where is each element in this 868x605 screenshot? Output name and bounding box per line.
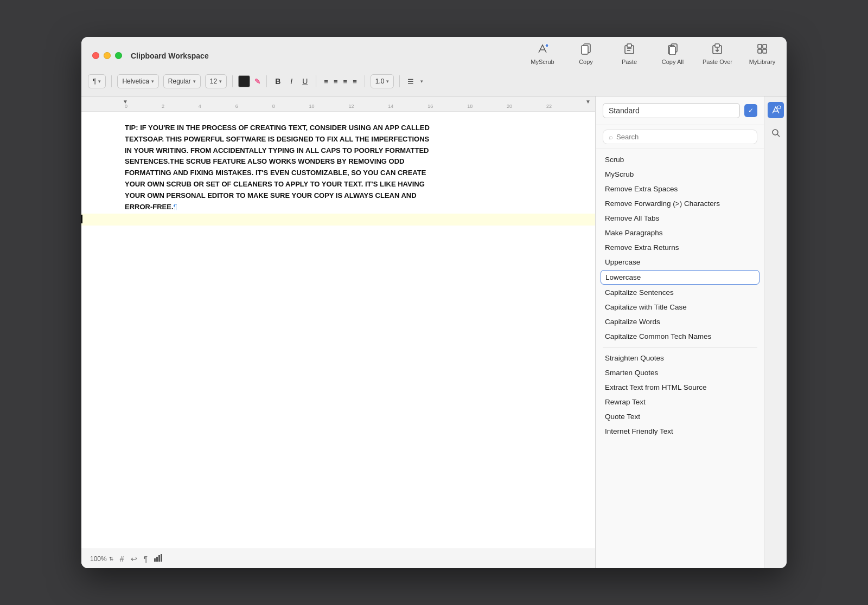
paste-icon [623, 43, 635, 57]
zoom-control[interactable]: 100% ⇅ [90, 555, 113, 563]
ruler-left-arrow: ▼ [123, 99, 128, 105]
mylibrary-icon [756, 43, 768, 57]
return-icon[interactable]: ↩ [131, 555, 137, 563]
sidebar-item-remove-forwarding[interactable]: Remove Forwarding (>) Characters [596, 196, 764, 211]
ruler-right-arrow: ▼ [585, 99, 591, 105]
svg-rect-14 [763, 44, 767, 48]
font-family-btn[interactable]: Helvetica ▾ [117, 74, 158, 88]
svg-point-0 [545, 44, 548, 47]
document-text: TIP: IF YOU'RE IN THE PROCESS OF CREATIN… [125, 123, 552, 213]
svg-point-21 [777, 106, 781, 109]
svg-rect-17 [154, 558, 156, 562]
pilcrow-status-icon[interactable]: ¶ [144, 555, 148, 563]
pasteover-label: Paste Over [703, 59, 732, 65]
list-button[interactable]: ☰ [405, 76, 416, 87]
align-left-button[interactable]: ≡ [322, 76, 330, 87]
svg-rect-2 [582, 46, 588, 54]
sidebar-item-remove-all-tabs[interactable]: Remove All Tabs [596, 211, 764, 226]
sidebar-item-rewrap-text[interactable]: Rewrap Text [596, 395, 764, 409]
sidebar-item-make-paragraphs[interactable]: Make Paragraphs [596, 226, 764, 240]
myscrub-button[interactable]: MyScrub [529, 43, 556, 65]
align-center-button[interactable]: ≡ [331, 76, 340, 87]
editor-area: ▼ 0 2 4 6 8 10 12 14 16 18 20 22 ▼ [81, 96, 596, 568]
svg-point-22 [773, 130, 778, 135]
sidebar-dropdown[interactable]: Standard [603, 103, 740, 118]
svg-line-23 [777, 134, 780, 137]
copy-button[interactable]: Copy [572, 43, 599, 65]
line-spacing-btn[interactable]: 1.0 ▾ [371, 74, 394, 88]
pencil-icon[interactable]: ✎ [254, 77, 261, 86]
italic-button[interactable]: I [288, 76, 295, 87]
font-size-btn[interactable]: 12 ▾ [205, 74, 227, 88]
mylibrary-label: MyLibrary [749, 59, 775, 65]
separator [111, 75, 112, 87]
sidebar-item-myscrub[interactable]: MyScrub [596, 167, 764, 182]
sidebar-dropdown-arrow[interactable]: ✓ [744, 104, 757, 117]
svg-rect-18 [156, 557, 158, 562]
search-input[interactable] [616, 133, 751, 141]
copyall-icon [667, 43, 679, 57]
close-button[interactable] [92, 52, 99, 59]
sidebar-item-capitalize-words[interactable]: Capitalize Words [596, 314, 764, 329]
list-arrow: ▾ [420, 79, 423, 84]
font-weight-btn[interactable]: Regular ▾ [163, 74, 201, 88]
format-bar: ¶ ▾ Helvetica ▾ Regular ▾ 12 ▾ ✎ B I U [81, 67, 787, 96]
bold-button[interactable]: B [272, 76, 283, 87]
window-title: Clipboard Workspace [131, 52, 209, 60]
color-picker[interactable] [238, 75, 250, 87]
svg-rect-20 [161, 554, 162, 562]
mini-sidebar [764, 96, 787, 568]
underline-button[interactable]: U [299, 76, 310, 87]
pasteover-button[interactable]: Paste Over [703, 43, 732, 65]
copyall-button[interactable]: Copy All [659, 43, 686, 65]
sidebar-item-remove-extra-spaces[interactable]: Remove Extra Spaces [596, 182, 764, 196]
paste-label: Paste [622, 59, 637, 65]
pilcrow: ¶ [174, 203, 177, 211]
svg-rect-9 [669, 47, 675, 55]
separator2 [232, 75, 233, 87]
sidebar-item-capitalize-tech-names[interactable]: Capitalize Common Tech Names [596, 329, 764, 344]
sidebar-item-extract-text-html[interactable]: Extract Text from HTML Source [596, 380, 764, 395]
sidebar-item-scrub[interactable]: Scrub [596, 152, 764, 167]
sidebar-item-quote-text[interactable]: Quote Text [596, 409, 764, 424]
paste-button[interactable]: Paste [616, 43, 643, 65]
sidebar-item-smarten-quotes[interactable]: Smarten Quotes [596, 365, 764, 380]
main-content: ▼ 0 2 4 6 8 10 12 14 16 18 20 22 ▼ [81, 96, 787, 568]
sidebar-header: Standard ✓ [596, 96, 764, 125]
align-justify-button[interactable]: ≡ [350, 76, 359, 87]
sidebar-dropdown-label: Standard [609, 106, 640, 115]
sidebar-item-internet-friendly[interactable]: Internet Friendly Text [596, 424, 764, 439]
sidebar-item-lowercase[interactable]: Lowercase [601, 270, 760, 285]
svg-rect-13 [758, 44, 762, 48]
toolbar: MyScrub Copy [529, 43, 776, 68]
editor-content[interactable]: TIP: IF YOU'RE IN THE PROCESS OF CREATIN… [81, 112, 595, 549]
minimize-button[interactable] [104, 52, 111, 59]
svg-rect-11 [715, 44, 719, 47]
text-cursor [81, 215, 82, 223]
mylibrary-button[interactable]: MyLibrary [749, 43, 776, 65]
separator4 [316, 75, 316, 87]
align-right-button[interactable]: ≡ [341, 76, 350, 87]
sidebar-item-capitalize-sentences[interactable]: Capitalize Sentences [596, 285, 764, 300]
paragraph-style-btn[interactable]: ¶ ▾ [88, 74, 106, 88]
app-window: Clipboard Workspace MyScrub [81, 37, 787, 568]
mini-scrub-icon[interactable] [768, 102, 784, 118]
sidebar-item-remove-extra-returns[interactable]: Remove Extra Returns [596, 240, 764, 255]
svg-rect-4 [627, 44, 631, 47]
sidebar-item-capitalize-title-case[interactable]: Capitalize with Title Case [596, 300, 764, 314]
sidebar-divider [603, 347, 757, 347]
copyall-label: Copy All [662, 59, 684, 65]
maximize-button[interactable] [115, 52, 122, 59]
copy-label: Copy [579, 59, 593, 65]
separator6 [399, 75, 400, 87]
zoom-arrows[interactable]: ⇅ [109, 556, 113, 562]
hash-icon[interactable]: # [120, 555, 124, 563]
sidebar-item-uppercase[interactable]: Uppercase [596, 255, 764, 269]
ruler-marks: 0 2 4 6 8 10 12 14 16 18 20 22 [81, 104, 595, 109]
alignment-group: ≡ ≡ ≡ ≡ [322, 76, 359, 87]
sidebar-item-straighten-quotes[interactable]: Straighten Quotes [596, 351, 764, 365]
svg-rect-19 [158, 555, 160, 562]
mini-search-icon[interactable] [768, 125, 784, 141]
stats-icon[interactable] [154, 554, 163, 563]
sidebar: Standard ✓ ⌕ ScrubMyScrubRemove Extra Sp… [596, 96, 764, 568]
